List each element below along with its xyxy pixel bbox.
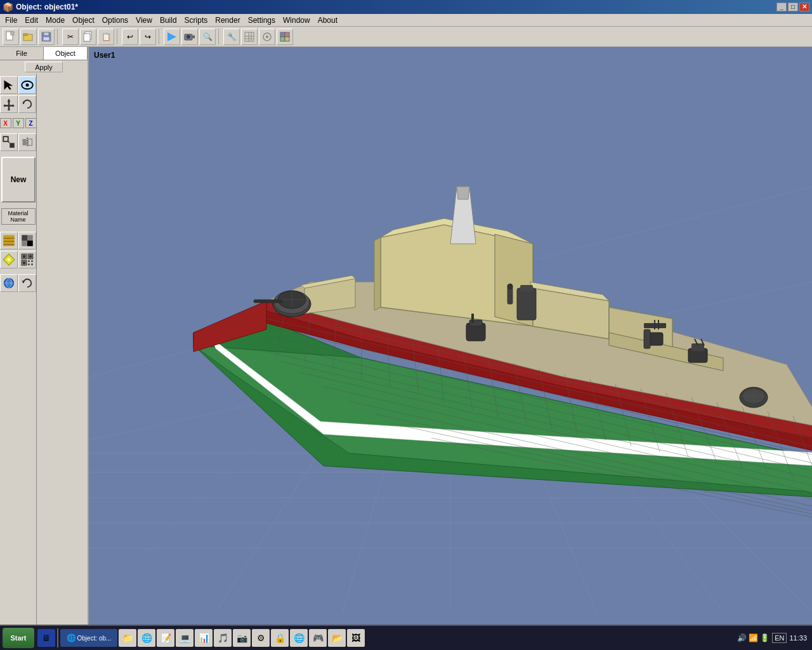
light-tool[interactable] (0, 251, 18, 269)
material-name-label: Material Name (1, 208, 36, 225)
toolbar-zoom[interactable]: 🔍 (199, 29, 216, 45)
toolbar-redo[interactable]: ↪ (140, 29, 156, 45)
toolbar-open[interactable] (20, 29, 37, 45)
x-button[interactable]: X (0, 118, 11, 128)
panel-tabs: File Object (0, 47, 88, 60)
svg-rect-5 (44, 32, 49, 36)
svg-rect-53 (28, 264, 30, 266)
title-bar-controls[interactable]: _ □ ✕ (776, 3, 809, 11)
toolbar-undo[interactable]: ↩ (122, 29, 138, 45)
svg-rect-39 (22, 235, 27, 241)
maximize-button[interactable]: □ (788, 3, 798, 11)
svg-marker-116 (374, 237, 381, 310)
menu-about[interactable]: About (314, 15, 341, 26)
toolbar-snap[interactable] (259, 29, 275, 45)
svg-rect-46 (23, 255, 26, 258)
toolbar-paste[interactable]: 📋 (98, 29, 114, 45)
svg-point-44 (8, 258, 11, 262)
toolbar-settings[interactable]: 🔧 (223, 29, 240, 45)
viewport[interactable]: User1 (89, 47, 812, 625)
title-bar: 📦 Object: object01* _ □ ✕ (0, 0, 812, 14)
menu-view[interactable]: View (132, 15, 156, 26)
menu-file[interactable]: File (1, 15, 21, 26)
main-toolbar: ✂ 📋 ↩ ↪ 🔍 🔧 (0, 27, 812, 47)
svg-marker-24 (4, 81, 13, 90)
select-tool[interactable] (0, 76, 18, 94)
menu-options[interactable]: Options (98, 15, 132, 26)
svg-rect-50 (23, 262, 26, 265)
texture-tool[interactable] (0, 232, 18, 249)
rotate-tool[interactable] (18, 95, 36, 113)
menu-scripts[interactable]: Scripts (181, 15, 212, 26)
toolbar-new[interactable] (3, 29, 19, 45)
menu-settings[interactable]: Settings (244, 15, 279, 26)
toolbar-cut[interactable]: ✂ (62, 29, 79, 45)
taskbar-app12[interactable]: 📂 (328, 629, 346, 647)
minimize-button[interactable]: _ (776, 3, 787, 11)
taskbar-show-desktop[interactable]: 🖥 (37, 629, 55, 647)
svg-rect-21 (285, 32, 289, 37)
svg-rect-134 (471, 314, 474, 323)
app-icon: 📦 (3, 2, 13, 12)
apply-button[interactable]: Apply (25, 62, 63, 72)
panel-inner: X Y Z New Material Name (0, 74, 88, 625)
taskbar-app4[interactable]: 💻 (176, 629, 193, 647)
menu-render[interactable]: Render (211, 15, 244, 26)
svg-rect-3 (23, 34, 27, 36)
taskbar-app11[interactable]: 🎮 (309, 629, 327, 647)
taskbar: Start 🖥 🌐 Object: ob... 📁 🌐 📝 💻 📊 🎵 📷 ⚙ … (0, 625, 812, 650)
menu-edit[interactable]: Edit (21, 15, 42, 26)
tab-object[interactable]: Object (44, 47, 88, 60)
svg-marker-119 (457, 187, 469, 199)
taskbar-app10[interactable]: 🌐 (290, 629, 308, 647)
taskbar-app6[interactable]: 🎵 (214, 629, 232, 647)
z-button[interactable]: Z (25, 118, 37, 128)
uv-tool[interactable] (18, 232, 36, 249)
viewport-label: User1 (94, 51, 115, 60)
taskbar-ie[interactable]: 🌐 Object: ob... (60, 629, 117, 647)
close-button[interactable]: ✕ (799, 3, 809, 11)
y-button[interactable]: Y (13, 118, 24, 128)
scale-tool[interactable] (0, 133, 18, 151)
taskbar-app1[interactable]: 📁 (119, 629, 136, 647)
window-title: Object: object01* (16, 3, 78, 11)
toolbar-grid[interactable] (241, 29, 258, 45)
xyz-row: X Y Z (0, 116, 38, 130)
menu-build[interactable]: Build (156, 15, 181, 26)
toolbar-camera[interactable] (181, 29, 198, 45)
icon-row-2 (0, 95, 36, 113)
qr-tool[interactable] (18, 251, 36, 269)
svg-rect-22 (280, 37, 285, 41)
refresh-tool[interactable] (18, 274, 36, 292)
svg-rect-48 (29, 255, 32, 258)
toolbar-copy[interactable] (80, 29, 96, 45)
icon-strip: X Y Z New Material Name (0, 74, 37, 625)
toolbar-render[interactable] (164, 29, 180, 45)
taskbar-app7[interactable]: 📷 (233, 629, 251, 647)
taskbar-app5[interactable]: 📊 (195, 629, 213, 647)
start-button[interactable]: Start (3, 628, 34, 648)
svg-rect-42 (27, 241, 33, 246)
menu-window[interactable]: Window (279, 15, 314, 26)
taskbar-app3[interactable]: 📝 (157, 629, 174, 647)
new-button[interactable]: New (1, 157, 36, 202)
taskbar-app8[interactable]: ⚙ (252, 629, 270, 647)
mirror-tool[interactable] (18, 133, 36, 151)
mast1 (508, 284, 513, 304)
toolbar-save[interactable] (38, 29, 55, 45)
menu-object[interactable]: Object (69, 15, 98, 26)
svg-rect-54 (31, 264, 33, 266)
move-tool[interactable] (0, 95, 18, 113)
menu-mode[interactable]: Mode (42, 15, 69, 26)
world-tool[interactable] (0, 274, 18, 292)
svg-point-12 (187, 35, 190, 38)
tab-file[interactable]: File (0, 47, 44, 60)
toolbar-extra1[interactable] (277, 29, 293, 45)
view-tool[interactable] (18, 76, 36, 94)
taskbar-app13[interactable]: 🖼 (347, 629, 365, 647)
svg-rect-131 (254, 300, 282, 303)
taskbar-app9[interactable]: 🔒 (271, 629, 289, 647)
taskbar-app2[interactable]: 🌐 (138, 629, 155, 647)
icon-row-extra (0, 274, 36, 292)
toolbar-sep3 (159, 29, 161, 44)
